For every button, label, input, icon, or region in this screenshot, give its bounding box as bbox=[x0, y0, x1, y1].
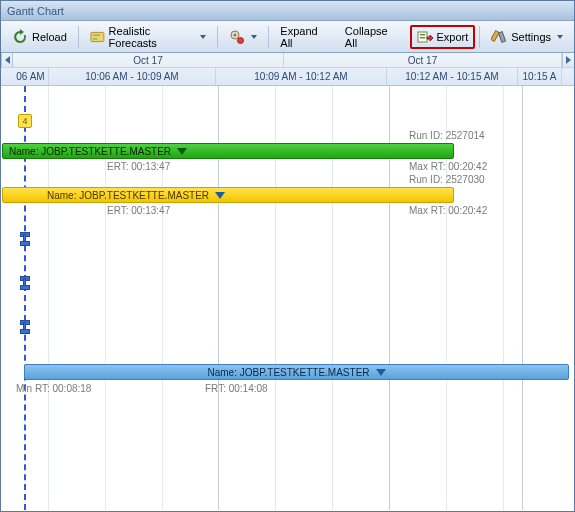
time-scale: Oct 17 Oct 17 06 AM 10:06 AM - 10:09 AM … bbox=[1, 53, 574, 86]
svg-rect-1 bbox=[93, 34, 100, 36]
scale-date-right: Oct 17 bbox=[284, 53, 562, 67]
bar-name: Name: JOBP.TESTKETTE.MASTER bbox=[47, 190, 209, 201]
bar-name: Name: JOBP.TESTKETTE.MASTER bbox=[207, 367, 369, 378]
reload-label: Reload bbox=[32, 31, 67, 43]
ert-label: ERT: 00:13:47 bbox=[107, 205, 170, 216]
realistic-forecasts-button[interactable]: Realistic Forecasts bbox=[83, 25, 214, 49]
scroll-left-button[interactable] bbox=[1, 53, 13, 67]
realistic-label: Realistic Forecasts bbox=[109, 25, 195, 49]
run-id-label: Run ID: 2527030 bbox=[409, 174, 485, 185]
svg-point-4 bbox=[234, 33, 237, 36]
window-title: Gantt Chart bbox=[7, 5, 64, 17]
scale-tick: 10:06 AM - 10:09 AM bbox=[49, 68, 216, 85]
settings-button[interactable]: Settings bbox=[484, 25, 570, 49]
scale-date-left: Oct 17 bbox=[13, 53, 284, 67]
export-button[interactable]: Export bbox=[410, 25, 476, 49]
scale-tick: 10:09 AM - 10:12 AM bbox=[216, 68, 387, 85]
gear-red-icon bbox=[229, 29, 245, 45]
scale-tick: 10:12 AM - 10:15 AM bbox=[387, 68, 518, 85]
expand-all-button[interactable]: Expand All bbox=[273, 25, 336, 49]
frt-label: FRT: 00:14:08 bbox=[205, 383, 268, 394]
export-icon bbox=[417, 29, 433, 45]
scale-tick: 10:15 A bbox=[518, 68, 562, 85]
ert-label: ERT: 00:13:47 bbox=[107, 161, 170, 172]
svg-rect-2 bbox=[93, 37, 98, 39]
expand-triangle-icon[interactable] bbox=[177, 148, 187, 155]
reload-icon bbox=[12, 29, 28, 45]
scroll-right-button[interactable] bbox=[562, 53, 574, 67]
gantt-chart-area[interactable]: 4 Run ID: 2527014 Name: JOBP.TESTKETTE.M… bbox=[2, 86, 573, 510]
toolbar: Reload Realistic Forecasts Expand All Co… bbox=[1, 21, 574, 53]
maxrt-label: Max RT: 00:20:42 bbox=[409, 161, 487, 172]
collapse-all-button[interactable]: Collapse All bbox=[338, 25, 406, 49]
dropdown-caret-icon bbox=[557, 35, 563, 39]
scale-tick: 06 AM bbox=[13, 68, 49, 85]
chevron-left-icon bbox=[5, 56, 10, 64]
settings-label: Settings bbox=[511, 31, 551, 43]
title-bar: Gantt Chart bbox=[1, 1, 574, 21]
settings-icon bbox=[491, 29, 507, 45]
run-id-label: Run ID: 2527014 bbox=[409, 130, 485, 141]
split-handle[interactable] bbox=[20, 232, 28, 246]
chevron-right-icon bbox=[566, 56, 571, 64]
dropdown-caret-icon bbox=[200, 35, 206, 39]
dropdown-caret-icon bbox=[251, 35, 257, 39]
reload-button[interactable]: Reload bbox=[5, 25, 74, 49]
svg-rect-7 bbox=[420, 34, 425, 36]
forecast-icon bbox=[90, 29, 105, 45]
bar-name: Name: JOBP.TESTKETTE.MASTER bbox=[9, 146, 171, 157]
gantt-bar[interactable]: Name: JOBP.TESTKETTE.MASTER bbox=[2, 143, 454, 159]
split-handle[interactable] bbox=[20, 276, 28, 290]
split-handle[interactable] bbox=[20, 320, 28, 334]
maxrt-label: Max RT: 00:20:42 bbox=[409, 205, 487, 216]
separator bbox=[268, 26, 269, 48]
export-label: Export bbox=[437, 31, 469, 43]
minrt-label: Min RT: 00:08:18 bbox=[16, 383, 91, 394]
svg-rect-0 bbox=[91, 32, 104, 41]
separator bbox=[217, 26, 218, 48]
expand-triangle-icon[interactable] bbox=[376, 369, 386, 376]
gantt-bar[interactable]: Name: JOBP.TESTKETTE.MASTER bbox=[24, 364, 569, 380]
filter-button[interactable] bbox=[222, 25, 264, 49]
time-marker[interactable]: 4 bbox=[18, 114, 32, 128]
svg-point-5 bbox=[238, 37, 244, 43]
separator bbox=[78, 26, 79, 48]
svg-rect-10 bbox=[499, 31, 506, 42]
expand-triangle-icon[interactable] bbox=[215, 192, 225, 199]
separator bbox=[479, 26, 480, 48]
svg-rect-9 bbox=[491, 30, 499, 41]
expand-label: Expand All bbox=[280, 25, 329, 49]
gantt-bar[interactable]: Name: JOBP.TESTKETTE.MASTER bbox=[2, 187, 454, 203]
collapse-label: Collapse All bbox=[345, 25, 399, 49]
svg-rect-8 bbox=[420, 37, 425, 39]
